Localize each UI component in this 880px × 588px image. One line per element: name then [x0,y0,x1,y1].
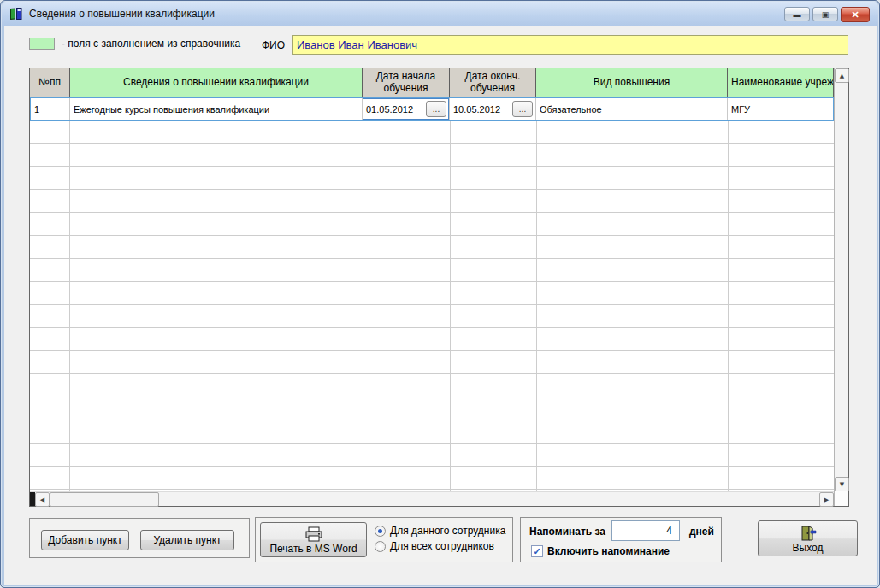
grid-line [536,121,537,491]
exit-button-label: Выход [793,542,824,554]
qualification-table: №пп Сведения о повышении квалификации Да… [29,68,849,507]
scroll-left-icon[interactable]: ◀ [35,492,50,507]
grid-line [450,121,451,491]
legend-color-swatch [29,38,55,50]
fio-input[interactable] [292,35,848,55]
cell-date-end[interactable]: 10.05.2012 ... [450,98,536,120]
minimize-button-icon[interactable]: ▬ [784,7,810,21]
dialog-client-area: - поля с заполнением из справочника ФИО … [4,26,877,585]
col-header-course[interactable]: Сведения о повышении квалификации [70,68,363,97]
radio-selected-icon [375,526,386,537]
dialog-window: Сведения о повышении квалификации ▬ ▣ ✕ … [0,0,880,588]
table-empty-rows[interactable] [30,121,834,491]
radio-all-employees[interactable]: Для всех сотрудников [375,540,494,552]
cell-course[interactable]: Ежегодные курсы повышения квалификации [70,98,363,120]
remind-days-input[interactable] [611,520,680,541]
maximize-button-icon[interactable]: ▣ [812,7,838,21]
exit-button[interactable]: Выход [758,520,858,556]
date-end-value: 10.05.2012 [453,104,500,115]
grid-line [69,121,70,491]
col-header-kind[interactable]: Вид повышения [536,68,728,97]
window-title: Сведения о повышении квалификации [29,8,215,20]
radio-current-employee[interactable]: Для данного сотрудника [375,525,505,537]
horizontal-scrollbar[interactable]: ◀ ▶ [30,491,834,506]
date-start-picker-button[interactable]: ... [426,101,446,117]
grid-line [363,121,363,491]
table-header-row: №пп Сведения о повышении квалификации Да… [30,68,834,97]
title-bar[interactable]: Сведения о повышении квалификации ▬ ▣ ✕ [2,2,878,26]
print-word-button[interactable]: Печать в MS Word [260,522,367,557]
fio-label: ФИО [262,39,285,51]
cell-num[interactable]: 1 [31,98,70,120]
add-item-button[interactable]: Добавить пункт [41,530,129,550]
delete-item-button[interactable]: Удалить пункт [140,530,234,550]
col-header-date-end[interactable]: Дата оконч. обучения [450,68,536,97]
col-header-institution[interactable]: Наименование учреждения [728,68,834,97]
remind-enable-checkbox[interactable]: ✓ Включить напоминание [531,545,670,557]
vertical-scrollbar-track[interactable] [835,83,848,477]
scroll-right-icon[interactable]: ▶ [819,492,834,507]
legend-label: - поля с заполнением из справочника [62,38,240,50]
close-button-icon[interactable]: ✕ [841,7,870,22]
checkbox-checked-icon: ✓ [531,545,543,557]
scrollbar-corner [835,491,848,506]
horizontal-scrollbar-track[interactable] [159,492,819,506]
exit-door-icon [800,526,817,541]
radio-current-employee-label: Для данного сотрудника [390,525,505,537]
radio-unselected-icon [375,541,386,552]
cell-date-start[interactable]: 01.05.2012 ... [363,98,450,120]
table-row[interactable]: 1 Ежегодные курсы повышения квалификации… [30,97,834,121]
grid-line [728,121,729,491]
col-header-num[interactable]: №пп [30,68,70,97]
remind-label: Напоминать за [529,526,605,538]
date-start-value: 01.05.2012 [366,104,413,115]
scroll-down-icon[interactable]: ▼ [835,477,849,491]
remind-checkbox-label: Включить напоминание [547,545,670,557]
scroll-up-icon[interactable]: ▲ [835,68,849,83]
col-header-date-start[interactable]: Дата начала обучения [363,68,450,97]
books-icon [9,7,23,21]
print-word-label: Печать в MS Word [269,543,357,555]
remind-units-label: дней [689,526,714,538]
printer-icon [304,526,324,542]
cell-institution[interactable]: МГУ [728,98,833,120]
date-end-picker-button[interactable]: ... [512,101,533,117]
cell-kind[interactable]: Обязательное [536,98,728,120]
radio-all-employees-label: Для всех сотрудников [390,540,494,552]
vertical-scrollbar[interactable]: ▲ ▼ [834,68,848,506]
horizontal-scrollbar-thumb[interactable] [50,492,159,507]
